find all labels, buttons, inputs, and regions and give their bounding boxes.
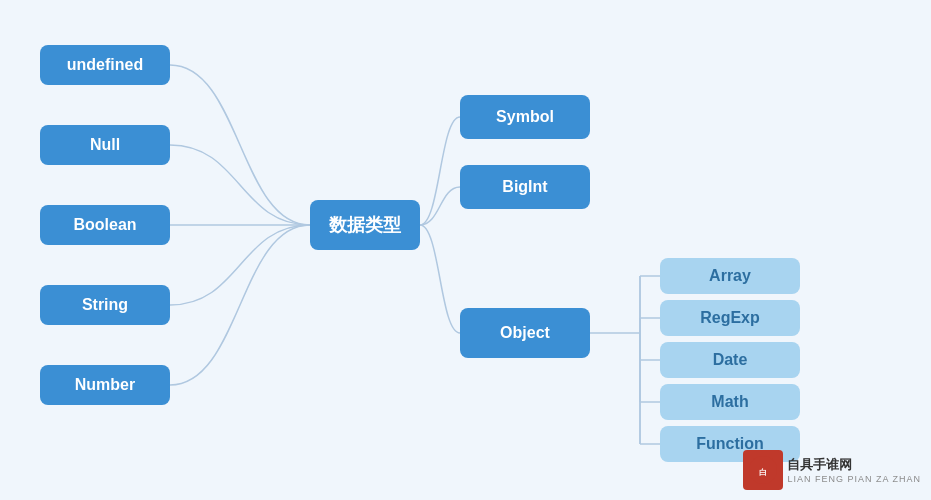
node-boolean: Boolean <box>40 205 170 245</box>
node-math: Math <box>660 384 800 420</box>
node-date: Date <box>660 342 800 378</box>
watermark-main-text: 自具手谁网 <box>787 456 921 474</box>
node-bigint: BigInt <box>460 165 590 209</box>
node-null: Null <box>40 125 170 165</box>
node-string: String <box>40 285 170 325</box>
watermark: 白 自具手谁网 LIAN FENG PIAN ZA ZHAN <box>743 450 921 490</box>
node-symbol: Symbol <box>460 95 590 139</box>
node-regexp: RegExp <box>660 300 800 336</box>
node-object: Object <box>460 308 590 358</box>
center-node: 数据类型 <box>310 200 420 250</box>
node-number: Number <box>40 365 170 405</box>
node-array: Array <box>660 258 800 294</box>
watermark-logo: 白 <box>743 450 783 490</box>
svg-text:白: 白 <box>759 468 767 477</box>
node-undefined: undefined <box>40 45 170 85</box>
watermark-sub-text: LIAN FENG PIAN ZA ZHAN <box>787 474 921 484</box>
